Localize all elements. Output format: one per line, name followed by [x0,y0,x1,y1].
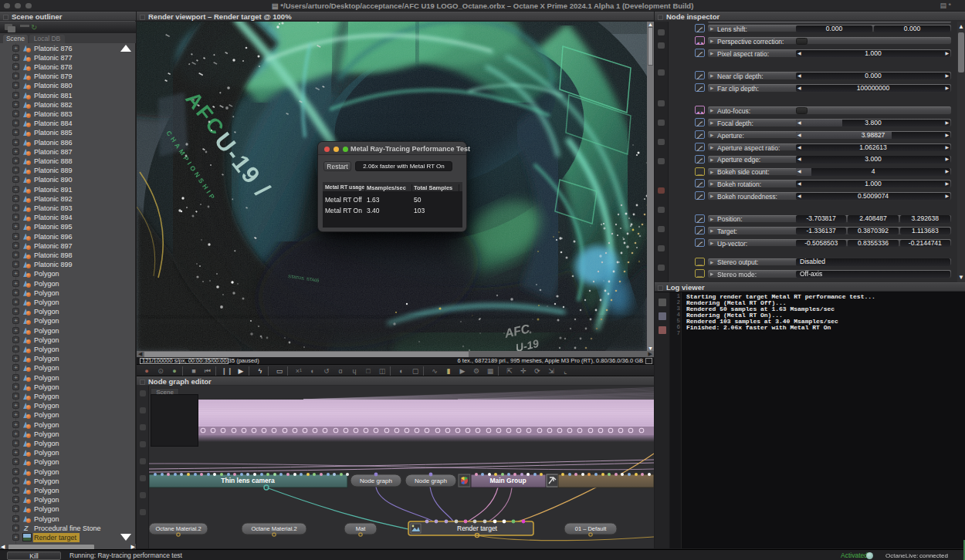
svg-text:Node graph: Node graph [360,477,392,484]
svg-text:Octane Material.2: Octane Material.2 [155,525,201,532]
svg-text:Thin lens camera: Thin lens camera [221,477,275,484]
svg-text:Mat: Mat [356,525,366,532]
svg-text:Node graph: Node graph [415,477,447,484]
svg-text:01 – Default: 01 – Default [575,525,607,532]
svg-text:Render target: Render target [457,525,498,532]
svg-text:Main Group: Main Group [489,477,526,484]
svg-text:Octane Material.2: Octane Material.2 [251,525,296,532]
